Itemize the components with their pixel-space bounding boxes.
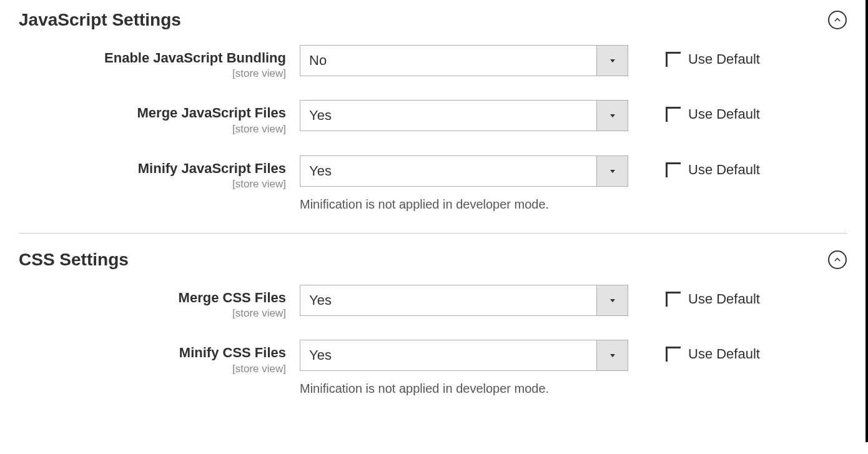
select-enable-js-bundling[interactable]: No — [300, 45, 628, 76]
section-header-javascript[interactable]: JavaScript Settings — [19, 6, 847, 45]
chevron-down-icon — [596, 340, 628, 370]
chevron-down-icon — [596, 101, 628, 131]
field-label: Minify JavaScript Files — [19, 160, 286, 177]
fieldset-javascript: Enable JavaScript Bundling [store view] … — [19, 45, 847, 213]
field-enable-js-bundling: Enable JavaScript Bundling [store view] … — [19, 45, 847, 80]
svg-marker-1 — [610, 114, 615, 117]
chevron-down-icon — [596, 285, 628, 315]
checkbox-use-default-merge-css[interactable] — [666, 292, 681, 307]
section-css-settings: CSS Settings Merge CSS Files [store view… — [19, 233, 847, 397]
use-default-label[interactable]: Use Default — [688, 346, 760, 362]
select-value: Yes — [300, 101, 596, 131]
select-value: No — [300, 46, 596, 76]
section-javascript-settings: JavaScript Settings Enable JavaScript Bu… — [19, 0, 847, 213]
select-value: Yes — [300, 156, 596, 186]
section-header-css[interactable]: CSS Settings — [19, 246, 847, 285]
use-default-label[interactable]: Use Default — [688, 51, 760, 67]
checkbox-use-default-merge-js[interactable] — [666, 107, 681, 122]
field-minify-css: Minify CSS Files [store view] Yes Minifi… — [19, 340, 847, 397]
svg-marker-2 — [610, 170, 615, 173]
field-label: Merge JavaScript Files — [19, 105, 286, 121]
use-default-label[interactable]: Use Default — [688, 106, 760, 122]
section-title: CSS Settings — [19, 250, 129, 270]
select-merge-css[interactable]: Yes — [300, 285, 628, 316]
select-merge-js[interactable]: Yes — [300, 100, 628, 131]
fieldset-css: Merge CSS Files [store view] Yes Use Def… — [19, 285, 847, 397]
chevron-down-icon — [596, 46, 628, 76]
collapse-icon — [828, 11, 847, 29]
svg-marker-0 — [610, 59, 615, 62]
field-scope: [store view] — [19, 67, 286, 80]
select-minify-js[interactable]: Yes — [300, 155, 628, 187]
svg-marker-3 — [610, 299, 615, 302]
select-value: Yes — [300, 340, 596, 370]
field-minify-js: Minify JavaScript Files [store view] Yes… — [19, 155, 847, 213]
use-default-label[interactable]: Use Default — [688, 162, 760, 178]
field-scope: [store view] — [19, 123, 286, 136]
checkbox-use-default-minify-js[interactable] — [666, 162, 681, 177]
collapse-icon — [828, 250, 847, 269]
field-label: Enable JavaScript Bundling — [19, 50, 286, 66]
field-scope: [store view] — [19, 307, 286, 320]
section-title: JavaScript Settings — [19, 10, 181, 30]
checkbox-use-default-bundling[interactable] — [666, 52, 681, 67]
select-value: Yes — [300, 285, 596, 315]
chevron-down-icon — [596, 156, 628, 186]
field-label: Merge CSS Files — [19, 290, 286, 306]
select-minify-css[interactable]: Yes — [300, 340, 628, 371]
field-note: Minification is not applied in developer… — [300, 380, 628, 397]
field-scope: [store view] — [19, 178, 286, 190]
field-note: Minification is not applied in developer… — [300, 195, 628, 213]
field-scope: [store view] — [19, 363, 286, 375]
svg-marker-4 — [610, 354, 615, 357]
field-merge-js: Merge JavaScript Files [store view] Yes … — [19, 100, 847, 135]
use-default-label[interactable]: Use Default — [688, 291, 760, 307]
field-label: Minify CSS Files — [19, 345, 286, 361]
checkbox-use-default-minify-css[interactable] — [666, 347, 681, 362]
field-merge-css: Merge CSS Files [store view] Yes Use Def… — [19, 285, 847, 320]
